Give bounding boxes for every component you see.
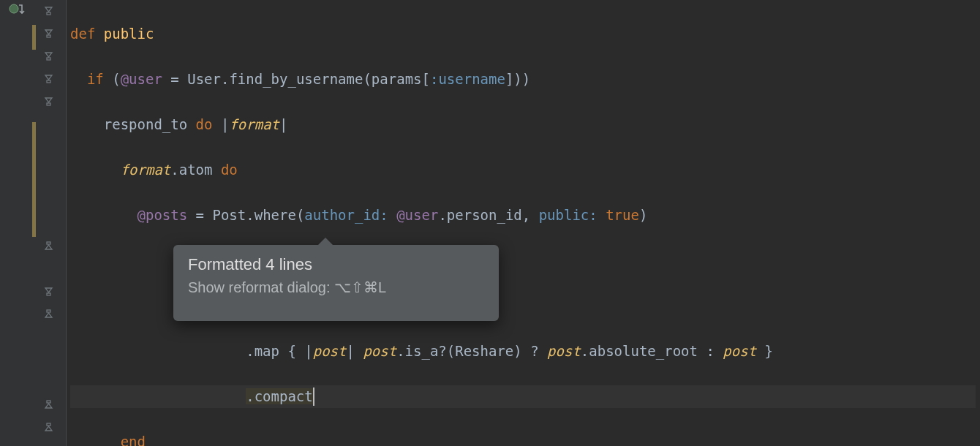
punct: ) (639, 207, 647, 223)
block-param: post (363, 343, 396, 359)
block-param: format (229, 116, 279, 132)
fold-handle[interactable] (44, 241, 53, 251)
code-line[interactable]: end (70, 431, 976, 446)
svg-point-0 (10, 4, 18, 13)
svg-rect-10 (47, 423, 50, 426)
svg-rect-5 (47, 103, 50, 105)
call: .where( (246, 207, 304, 223)
punct: | (279, 116, 287, 132)
keyword: do (221, 162, 238, 178)
code-line[interactable]: respond_to do |format| (70, 113, 976, 136)
block-param: format (121, 162, 171, 178)
text-caret (313, 388, 314, 406)
punct: | (221, 116, 229, 132)
kwarg: public: (539, 207, 606, 223)
code-editor[interactable]: def public if (@user = User.find_by_user… (0, 0, 980, 446)
op: ) ? (513, 343, 547, 359)
block-param: post (547, 343, 581, 359)
block-param: post (723, 343, 756, 359)
keyword: end (121, 434, 146, 446)
keyword: do (196, 116, 221, 132)
call: .absolute_root : (581, 343, 723, 359)
change-marker (32, 25, 36, 50)
svg-rect-4 (47, 80, 50, 83)
kwarg: author_id: (304, 207, 396, 223)
punct: ])) (505, 71, 530, 87)
svg-rect-7 (47, 293, 50, 295)
ivar: @posts (137, 207, 188, 223)
call: .person_id, (438, 207, 538, 223)
editor-gutter (0, 0, 67, 446)
code-line[interactable]: format.atom do (70, 159, 976, 181)
block-param: post (313, 343, 347, 359)
call: respond_to (104, 116, 196, 132)
keyword: def (70, 26, 104, 42)
fold-handle[interactable] (44, 51, 53, 61)
code-line[interactable]: if (@user = User.find_by_username(params… (70, 68, 976, 91)
call: .compact (246, 388, 313, 404)
const: Reshare (455, 343, 513, 359)
tooltip-title: Formatted 4 lines (188, 254, 484, 276)
call: .is_a?( (396, 343, 455, 359)
code-line[interactable]: .map { |post| post.is_a?(Reshare) ? post… (70, 340, 976, 363)
svg-rect-3 (47, 58, 50, 60)
keyword: if (87, 71, 112, 87)
svg-rect-9 (47, 401, 50, 403)
punct: } (756, 343, 773, 359)
punct: | (347, 343, 363, 359)
symbol: :username (430, 71, 505, 87)
ivar: @user (121, 71, 162, 87)
fold-handle[interactable] (44, 97, 53, 106)
fold-handle[interactable] (44, 423, 53, 432)
call: .map { | (246, 343, 313, 359)
svg-rect-1 (47, 12, 50, 15)
punct: ( (112, 71, 120, 87)
method-name: public (104, 26, 154, 42)
fold-handle[interactable] (44, 29, 53, 38)
code-line[interactable]: @posts = Post.where(author_id: @user.per… (70, 204, 976, 227)
fold-handle[interactable] (44, 74, 53, 83)
code-current-line[interactable]: .compact (70, 385, 976, 408)
svg-rect-2 (47, 35, 50, 37)
svg-rect-6 (47, 242, 50, 244)
call: .atom (170, 162, 221, 178)
const: Post (212, 207, 246, 223)
fold-handle[interactable] (44, 287, 53, 296)
ivar: @user (396, 207, 438, 223)
keyword: true (606, 207, 639, 223)
code-area[interactable]: def public if (@user = User.find_by_user… (66, 0, 980, 446)
svg-rect-8 (47, 310, 50, 312)
op: = (162, 71, 187, 87)
reformat-notification-tooltip[interactable]: Formatted 4 lines Show reformat dialog: … (173, 245, 499, 321)
const: User (187, 71, 221, 87)
fold-handle[interactable] (44, 400, 53, 409)
call: .find_by_username(params[ (221, 71, 430, 87)
fold-handle[interactable] (44, 309, 53, 319)
change-marker (32, 122, 36, 237)
tooltip-subtitle: Show reformat dialog: ⌥⇧⌘L (188, 278, 484, 298)
fold-handle[interactable] (44, 6, 53, 15)
override-gutter-icon[interactable] (9, 3, 25, 19)
code-line[interactable]: def public (70, 23, 976, 45)
op: = (187, 207, 212, 223)
